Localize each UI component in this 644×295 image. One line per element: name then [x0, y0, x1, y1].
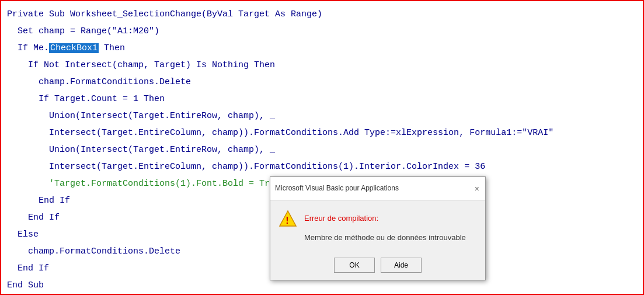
code-line-1: Private Sub Worksheet_SelectionChange(By…	[7, 6, 637, 23]
code-line-6: If Target.Count = 1 Then	[7, 91, 637, 107]
svg-text:!: !	[286, 216, 288, 225]
code-line-10: Intersect(Target.EntireColumn, champ)).F…	[7, 158, 637, 175]
aide-button[interactable]: Aide	[381, 258, 422, 273]
ok-button[interactable]: OK	[334, 258, 375, 273]
error-dialog: Microsoft Visual Basic pour Applications…	[270, 176, 486, 280]
dialog-body: ! Erreur de compilation: Membre de métho…	[270, 200, 485, 252]
code-line-2: Set champ = Range("A1:M20")	[7, 23, 637, 40]
dialog-text-area: Erreur de compilation: Membre de méthode…	[304, 210, 477, 246]
checkbox1-highlight: CheckBox1	[49, 43, 99, 53]
error-message: Membre de méthode ou de données introuva…	[304, 229, 477, 246]
code-line-9: Union(Intersect(Target.EntireRow, champ)…	[7, 141, 637, 158]
code-line-3: If Me.CheckBox1 Then	[7, 40, 637, 57]
code-line-7: Union(Intersect(Target.EntireRow, champ)…	[7, 107, 637, 124]
code-line-8: Intersect(Target.EntireColumn, champ)).F…	[7, 124, 637, 141]
warning-icon: !	[279, 210, 297, 228]
dialog-titlebar: Microsoft Visual Basic pour Applications…	[270, 177, 485, 200]
dialog-title: Microsoft Visual Basic pour Applications	[275, 180, 399, 197]
code-line-5: champ.FormatConditions.Delete	[7, 74, 637, 91]
code-editor: Private Sub Worksheet_SelectionChange(By…	[0, 0, 644, 295]
dialog-button-area: OK Aide	[270, 252, 485, 280]
dialog-close-button[interactable]: ×	[474, 184, 481, 193]
error-title: Erreur de compilation:	[304, 210, 477, 227]
code-line-4: If Not Intersect(champ, Target) Is Nothi…	[7, 57, 637, 74]
